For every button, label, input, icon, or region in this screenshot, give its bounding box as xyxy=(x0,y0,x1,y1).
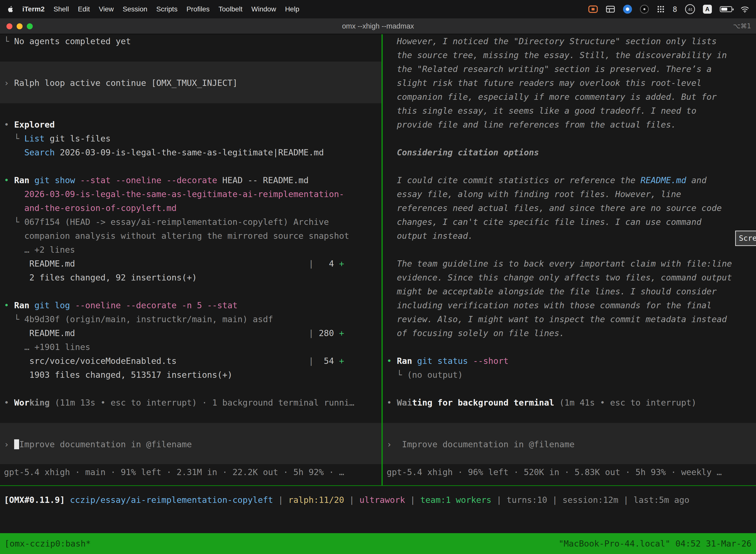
text-segment: 280 xyxy=(314,328,339,338)
apple-icon[interactable] xyxy=(7,5,14,13)
battery-percent-gauge-icon[interactable]: .61 xyxy=(685,4,695,14)
text-segment xyxy=(14,439,19,449)
battery-icon[interactable] xyxy=(720,6,732,12)
terminal-line xyxy=(4,159,381,173)
tmux-status-bar: [omx-cczip0:bash* "MacBook-Pro-44.local"… xyxy=(0,533,756,554)
eight-app-icon[interactable]: 8 xyxy=(673,5,677,14)
text-segment: git log xyxy=(35,300,70,310)
text-segment: changes, I can't cite specific file line… xyxy=(387,217,701,227)
terminal-line: • Waiting for background terminal (1m 41… xyxy=(387,396,756,409)
text-segment: | xyxy=(491,495,506,505)
terminal-line: gpt-5.4 xhigh · main · 91% left · 2.31M … xyxy=(4,465,381,479)
menu-item-profiles[interactable]: Profiles xyxy=(182,5,214,13)
text-segment: | xyxy=(309,259,314,269)
wifi-icon[interactable] xyxy=(740,5,750,13)
text-segment: ting for background terminal xyxy=(412,398,554,407)
text-segment: --oneline --decorate -n 5 --stat xyxy=(70,300,238,310)
omx-version: [OMX#0.11.9] xyxy=(4,495,70,505)
dots-grid-icon[interactable] xyxy=(657,5,665,13)
text-segment: However, I noticed the "Directory Struct… xyxy=(387,36,717,46)
text-segment: --stat --oneline --decorate xyxy=(75,175,217,185)
terminal-line xyxy=(4,104,381,118)
window-grid-icon[interactable] xyxy=(606,5,615,13)
terminal-line: › Ralph loop active continue [OMX_TMUX_I… xyxy=(4,76,381,90)
text-segment xyxy=(29,300,34,310)
terminal-line: • Ran git log --oneline --decorate -n 5 … xyxy=(4,298,381,312)
tmux-session-label[interactable]: [omx-cczip0:bash* xyxy=(4,533,91,554)
text-segment: The team guideline is to back every impo… xyxy=(387,259,732,269)
text-segment: • xyxy=(4,398,14,407)
terminal-line: I could cite commit statistics or refere… xyxy=(387,173,756,187)
tmux-pane-left: └ No agents completed yet › Ralph loop a… xyxy=(0,34,381,486)
text-segment: Search xyxy=(24,148,55,157)
terminal-line xyxy=(4,382,381,396)
text-segment: README.md xyxy=(641,175,686,185)
text-segment: might be acceptable alongside the file l… xyxy=(387,286,717,296)
text-segment: provide file and line references from th… xyxy=(387,120,676,129)
terminal-line: However, I noticed the "Directory Struct… xyxy=(387,34,756,48)
text-segment: + xyxy=(339,259,344,269)
text-segment: slight risk that future readers may over… xyxy=(387,78,701,88)
text-segment: king xyxy=(29,398,50,407)
terminal-area: └ No agents completed yet › Ralph loop a… xyxy=(0,34,756,486)
menu-item-session[interactable]: Session xyxy=(118,5,152,13)
terminal-line xyxy=(4,62,381,76)
terminal-line: references need actual files, and since … xyxy=(387,201,756,215)
text-segment: evidence. Since this change only affects… xyxy=(387,273,732,282)
blue-app-icon[interactable] xyxy=(623,5,632,14)
text-segment: README.md xyxy=(4,259,309,269)
input-source-icon[interactable]: A xyxy=(703,5,712,14)
menu-item-scripts[interactable]: Scripts xyxy=(152,5,182,13)
text-segment: of focusing solely on file lines. xyxy=(387,328,564,338)
terminal-line xyxy=(4,424,381,437)
text-segment: Ralph loop active continue [OMX_TMUX_INJ… xyxy=(14,78,238,88)
terminal-line: companion file, especially if more comme… xyxy=(387,90,756,104)
text-segment: Improve documentation in @filename xyxy=(19,439,192,449)
text-segment: README.md xyxy=(4,328,309,338)
menu-item-view[interactable]: View xyxy=(94,5,118,13)
text-segment: Wor xyxy=(14,398,29,407)
terminal-line: └ List git ls-files xyxy=(4,131,381,146)
text-segment: gpt-5.4 xhigh · main · 91% left · 2.31M … xyxy=(4,467,344,477)
menu-item-window[interactable]: Window xyxy=(247,5,281,13)
menu-item-toolbelt[interactable]: Toolbelt xyxy=(214,5,247,13)
terminal-line: • Explored xyxy=(4,118,381,131)
terminal-line xyxy=(4,451,381,465)
terminal-line: README.md | 4 + xyxy=(4,257,381,271)
text-segment: companion analysis without altering the … xyxy=(4,231,349,241)
menu-item-edit[interactable]: Edit xyxy=(73,5,94,13)
text-segment: Ran xyxy=(14,300,29,310)
menu-bar-status-icons: 8 .61 A xyxy=(588,4,756,14)
menu-item-help[interactable]: Help xyxy=(280,5,304,13)
text-segment: … +2 lines xyxy=(4,245,75,255)
text-segment: references need actual files, and since … xyxy=(387,203,722,213)
text-segment: | xyxy=(405,495,420,505)
menu-item-iterm2[interactable]: iTerm2 xyxy=(18,5,49,13)
terminal-line xyxy=(4,90,381,104)
text-segment: | xyxy=(309,356,314,366)
text-segment: (1m 41s • esc to interrupt) xyxy=(554,398,696,407)
window-title: omx --xhigh --madmax xyxy=(0,18,756,34)
text-segment: including verification notes with those … xyxy=(387,300,712,310)
terminal-line: Considering citation options xyxy=(387,146,756,159)
terminal-line: src/voice/voiceModeEnabled.ts | 54 + xyxy=(4,354,381,368)
text-segment: companion file, especially if more comme… xyxy=(387,92,717,102)
terminal-line xyxy=(387,382,756,396)
text-segment: › xyxy=(4,439,14,449)
text-segment: and-the-erosion-of-copyleft.md xyxy=(4,203,177,213)
screen-recording-indicator-icon[interactable] xyxy=(588,5,598,13)
text-segment: | xyxy=(344,495,359,505)
dark-app-icon[interactable] xyxy=(640,5,649,14)
terminal-line: • Working (11m 13s • esc to interrupt) ·… xyxy=(4,396,381,409)
text-segment: + xyxy=(339,328,344,338)
text-segment xyxy=(412,356,417,366)
terminal-line: └ 4b9d30f (origin/main, instructkr/main,… xyxy=(4,312,381,326)
text-segment: | xyxy=(309,328,314,338)
text-segment: git ls-files xyxy=(45,133,111,144)
terminal-line: might be acceptable alongside the file l… xyxy=(387,284,756,298)
menu-item-shell[interactable]: Shell xyxy=(49,5,73,13)
text-segment: the source tree, missing the essay. Stil… xyxy=(387,50,727,60)
terminal-line: the "Related research writing" section i… xyxy=(387,62,756,76)
text-segment: • xyxy=(4,175,14,185)
macos-menu-bar: iTerm2ShellEditViewSessionScriptsProfile… xyxy=(0,0,756,18)
